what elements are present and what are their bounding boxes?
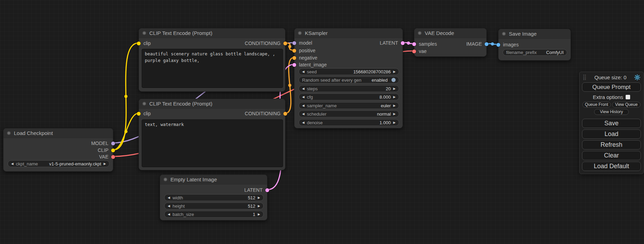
input-slot-latent-image[interactable]: latent_image xyxy=(292,62,327,67)
input-slot-samples[interactable]: samples xyxy=(412,41,437,47)
node-empty-latent-image[interactable]: Empty Latent Image LATENT ◀ width 512 ▶ … xyxy=(160,174,267,220)
input-slot-clip[interactable]: clip xyxy=(137,111,151,116)
node-titlebar[interactable]: Load Checkpoint xyxy=(3,128,113,138)
increment-arrow-icon[interactable]: ▶ xyxy=(393,87,396,90)
filename-prefix-widget[interactable]: filename_prefix ComfyUI xyxy=(503,49,567,56)
steps-widget[interactable]: ◀ steps 20 ▶ xyxy=(299,85,399,92)
decrement-arrow-icon[interactable]: ◀ xyxy=(302,70,305,73)
conditioning-output-dot[interactable] xyxy=(283,112,287,116)
increment-arrow-icon[interactable]: ▶ xyxy=(393,96,396,99)
drag-handle-icon[interactable]: ⣿ xyxy=(583,74,586,80)
extra-options-checkbox[interactable] xyxy=(626,95,630,99)
output-slot-image[interactable]: IMAGE xyxy=(466,41,488,47)
random-seed-toggle-widget[interactable]: Random seed after every gen enabled xyxy=(299,76,399,83)
view-queue-button[interactable]: View Queue xyxy=(612,102,641,108)
height-widget[interactable]: ◀ height 512 ▶ xyxy=(164,202,264,209)
positive-input-dot[interactable] xyxy=(292,49,296,53)
decrement-arrow-icon[interactable]: ◀ xyxy=(302,121,305,124)
vae-input-dot[interactable] xyxy=(412,49,416,53)
output-slot-vae[interactable]: VAE xyxy=(99,154,115,160)
sampler-name-widget[interactable]: ◀ sampler_name euler ▶ xyxy=(299,102,399,109)
output-slot-latent[interactable]: LATENT xyxy=(244,187,269,193)
collapse-dot-icon[interactable] xyxy=(142,31,146,35)
node-ksampler[interactable]: KSampler model LATENT positive negative … xyxy=(294,28,403,128)
toggle-dot[interactable] xyxy=(391,78,396,82)
width-widget[interactable]: ◀ width 512 ▶ xyxy=(164,194,264,201)
decrement-arrow-icon[interactable]: ◀ xyxy=(302,104,305,107)
positive-prompt-textarea[interactable]: beautiful scenery nature glass bottle la… xyxy=(142,49,283,88)
node-vae-decode[interactable]: VAE Decode samples IMAGE vae xyxy=(414,28,487,57)
increment-arrow-icon[interactable]: ▶ xyxy=(393,104,396,107)
output-slot-model[interactable]: MODEL xyxy=(91,141,115,146)
increment-arrow-icon[interactable]: ▶ xyxy=(104,162,106,165)
input-slot-positive[interactable]: positive xyxy=(292,48,315,53)
ckpt-name-widget[interactable]: ◀ ckpt_name v1-5-pruned-emaonly.ckpt ▶ xyxy=(8,160,109,167)
collapse-dot-icon[interactable] xyxy=(142,102,146,106)
node-clip-text-encode-positive[interactable]: CLIP Text Encode (Prompt) clip CONDITION… xyxy=(139,28,285,92)
denoise-widget[interactable]: ◀ denoise 1.000 ▶ xyxy=(299,119,399,126)
decrement-arrow-icon[interactable]: ◀ xyxy=(302,112,305,116)
decrement-arrow-icon[interactable]: ◀ xyxy=(168,196,170,199)
node-titlebar[interactable]: Empty Latent Image xyxy=(160,175,267,184)
node-titlebar[interactable]: CLIP Text Encode (Prompt) xyxy=(139,99,285,109)
latent-output-dot[interactable] xyxy=(401,41,405,45)
latent-output-dot[interactable] xyxy=(265,188,269,192)
output-slot-conditioning[interactable]: CONDITIONING xyxy=(245,111,287,116)
input-slot-negative[interactable]: negative xyxy=(292,55,317,61)
output-slot-conditioning[interactable]: CONDITIONING xyxy=(245,40,287,46)
input-slot-vae[interactable]: vae xyxy=(412,48,427,54)
images-input-dot[interactable] xyxy=(496,43,500,47)
increment-arrow-icon[interactable]: ▶ xyxy=(258,213,260,216)
load-button[interactable]: Load xyxy=(582,129,641,139)
decrement-arrow-icon[interactable]: ◀ xyxy=(168,205,170,208)
image-output-dot[interactable] xyxy=(485,42,488,46)
model-output-dot[interactable] xyxy=(111,142,115,145)
node-titlebar[interactable]: VAE Decode xyxy=(414,28,486,38)
refresh-button[interactable]: Refresh xyxy=(582,140,641,150)
input-slot-model[interactable]: model xyxy=(292,40,312,46)
clip-input-dot[interactable] xyxy=(137,112,141,116)
increment-arrow-icon[interactable]: ▶ xyxy=(393,112,396,116)
cfg-widget[interactable]: ◀ cfg 8.000 ▶ xyxy=(299,93,399,100)
output-slot-latent[interactable]: LATENT xyxy=(380,40,405,46)
node-clip-text-encode-negative[interactable]: CLIP Text Encode (Prompt) clip CONDITION… xyxy=(139,99,285,170)
queue-prompt-button[interactable]: Queue Prompt xyxy=(582,82,641,92)
latent-image-input-dot[interactable] xyxy=(292,63,296,67)
clear-button[interactable]: Clear xyxy=(582,151,641,160)
input-slot-images[interactable]: images xyxy=(496,42,519,47)
seed-widget[interactable]: ◀ seed 156680208700286 ▶ xyxy=(299,68,399,75)
model-input-dot[interactable] xyxy=(292,41,296,45)
view-history-button[interactable]: View History xyxy=(594,109,629,115)
increment-arrow-icon[interactable]: ▶ xyxy=(393,121,396,124)
vae-output-dot[interactable] xyxy=(111,155,115,159)
node-titlebar[interactable]: KSampler xyxy=(294,28,403,38)
batch-size-widget[interactable]: ◀ batch_size 1 ▶ xyxy=(164,211,264,218)
collapse-dot-icon[interactable] xyxy=(418,31,422,35)
collapse-dot-icon[interactable] xyxy=(298,31,302,35)
scheduler-widget[interactable]: ◀ scheduler normal ▶ xyxy=(299,110,399,117)
negative-prompt-textarea[interactable]: text, watermark xyxy=(142,119,283,167)
increment-arrow-icon[interactable]: ▶ xyxy=(393,70,396,73)
collapse-dot-icon[interactable] xyxy=(164,178,167,181)
input-slot-clip[interactable]: clip xyxy=(137,40,151,46)
negative-input-dot[interactable] xyxy=(292,56,296,60)
collapse-dot-icon[interactable] xyxy=(502,32,506,36)
node-load-checkpoint[interactable]: Load Checkpoint MODEL CLIP VAE ◀ ckpt_na… xyxy=(3,128,113,172)
node-titlebar[interactable]: CLIP Text Encode (Prompt) xyxy=(139,28,285,38)
decrement-arrow-icon[interactable]: ◀ xyxy=(11,162,14,165)
save-button[interactable]: Save xyxy=(582,119,641,128)
queue-front-button[interactable]: Queue Front xyxy=(582,102,611,108)
clip-input-dot[interactable] xyxy=(137,42,141,45)
conditioning-output-dot[interactable] xyxy=(283,42,287,45)
increment-arrow-icon[interactable]: ▶ xyxy=(258,196,260,199)
decrement-arrow-icon[interactable]: ◀ xyxy=(302,87,305,90)
node-titlebar[interactable]: Save Image xyxy=(499,29,571,39)
node-save-image[interactable]: Save Image images filename_prefix ComfyU… xyxy=(498,29,571,61)
decrement-arrow-icon[interactable]: ◀ xyxy=(168,213,170,216)
samples-input-dot[interactable] xyxy=(412,42,416,46)
clip-output-dot[interactable] xyxy=(111,148,115,152)
collapse-dot-icon[interactable] xyxy=(7,131,11,135)
decrement-arrow-icon[interactable]: ◀ xyxy=(302,96,305,99)
load-default-button[interactable]: Load Default xyxy=(582,162,641,171)
increment-arrow-icon[interactable]: ▶ xyxy=(258,205,260,208)
